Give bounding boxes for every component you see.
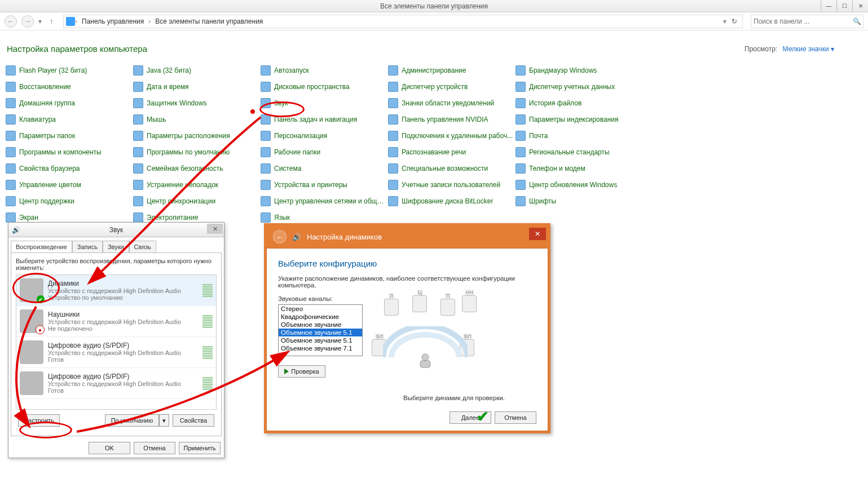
cp-item[interactable]: Дата и время (132, 80, 259, 93)
cp-item[interactable]: Специальные возможности (387, 162, 514, 175)
device-name: Цифровое аудио (S/PDIF) (48, 342, 198, 349)
window-maximize-button[interactable]: ☐ (836, 0, 852, 11)
cp-item[interactable]: Дисковые пространства (259, 80, 387, 93)
cp-item[interactable]: Параметры расположения (132, 129, 259, 142)
cp-item[interactable]: Шифрование диска BitLocker (387, 194, 514, 207)
channel-option[interactable]: Объемное звучание (279, 321, 362, 329)
cp-item[interactable]: Шрифты (514, 194, 642, 207)
cp-item[interactable]: Восстановление (5, 80, 132, 93)
cp-item[interactable]: Программы и компоненты (5, 145, 132, 158)
cp-item[interactable]: Учетные записи пользователей (387, 178, 514, 191)
address-bar[interactable]: › Панель управления › Все элементы панел… (63, 15, 743, 28)
view-mode-dropdown[interactable]: Мелкие значки ▾ (783, 45, 834, 53)
window-title: Все элементы панели управления (380, 2, 488, 10)
sound-ok-button[interactable]: OK (89, 442, 130, 454)
nav-up-button[interactable]: ↑ (46, 16, 56, 26)
nav-back-button[interactable]: ← (5, 15, 17, 28)
properties-button[interactable]: Свойства (173, 414, 214, 427)
tab-recording[interactable]: Запись (72, 241, 103, 252)
cp-item[interactable]: Java (32 бита) (132, 64, 259, 77)
speaker-center[interactable] (412, 295, 427, 312)
cp-item[interactable]: Устройства и принтеры (259, 178, 387, 191)
speaker-subwoofer[interactable] (462, 295, 477, 312)
cp-item[interactable]: Центр обновления Windows (514, 178, 642, 191)
cp-item[interactable]: Параметры папок (5, 129, 132, 142)
cp-item[interactable]: Диспетчер учетных данных (514, 80, 642, 93)
cp-item[interactable]: Рабочие папки (259, 145, 387, 158)
cp-item[interactable]: Центр синхронизации (132, 194, 259, 207)
window-close-button[interactable]: ✕ (852, 0, 868, 11)
cp-item[interactable]: Домашняя группа (5, 96, 132, 109)
speaker-front-left[interactable] (384, 299, 399, 316)
channel-option[interactable]: Объемное звучание 5.1 (279, 329, 362, 336)
cp-item[interactable]: Параметры индексирования (514, 113, 642, 126)
set-default-button[interactable]: По умолчанию (105, 414, 159, 427)
tab-communications[interactable]: Связь (129, 241, 156, 252)
cp-item[interactable]: Администрирование (387, 64, 514, 77)
device-item[interactable]: НаушникиУстройство с поддержкой High Def… (16, 306, 216, 337)
cp-item[interactable]: Панель управления NVIDIA (387, 113, 514, 126)
window-minimize-button[interactable]: — (821, 0, 836, 11)
wizard-back-button[interactable]: ← (273, 230, 287, 243)
tab-playback[interactable]: Воспроизведение (11, 241, 72, 252)
breadcrumb-item-0[interactable]: Панель управления (80, 16, 146, 26)
cp-item[interactable]: Программы по умолчанию (132, 145, 259, 158)
cp-item[interactable]: Звук (259, 96, 387, 109)
sound-dialog-close-button[interactable]: ✕ (207, 224, 223, 234)
nav-forward-button[interactable]: → (21, 15, 34, 28)
cp-item[interactable]: Система (259, 162, 387, 175)
set-default-dropdown[interactable]: ▾ (159, 414, 169, 427)
cp-item[interactable]: Язык (259, 211, 387, 224)
cp-item[interactable]: Телефон и модем (514, 162, 642, 175)
cp-item[interactable]: Центр поддержки (5, 194, 132, 207)
cp-item-label: Электропитание (147, 214, 198, 221)
cp-item[interactable]: Автозапуск (259, 64, 387, 77)
configure-button[interactable]: Настроить (18, 414, 60, 427)
cp-item[interactable]: Региональные стандарты (514, 145, 642, 158)
channels-label: Звуковые каналы: (278, 295, 363, 302)
channel-option[interactable]: Объемное звучание 5.1 (279, 336, 362, 344)
search-box[interactable]: 🔍 (751, 15, 863, 28)
cp-item-label: Центр обновления Windows (529, 181, 617, 189)
channel-option[interactable]: Стерео (279, 305, 362, 313)
cp-item[interactable]: Панель задач и навигация (259, 113, 387, 126)
tab-sounds[interactable]: Звуки (103, 241, 129, 252)
cp-item[interactable]: Диспетчер устройств (387, 80, 514, 93)
channel-option[interactable]: Квадрофонические (279, 313, 362, 321)
search-input[interactable] (754, 17, 853, 25)
cp-item-icon (261, 65, 271, 76)
sound-cancel-button[interactable]: Отмена (134, 442, 175, 454)
sound-apply-button[interactable]: Применить (179, 442, 221, 454)
device-list[interactable]: ДинамикиУстройство с поддержкой High Def… (16, 274, 217, 410)
cp-item[interactable]: Защитник Windows (132, 96, 259, 109)
cp-item[interactable]: Управление цветом (5, 178, 132, 191)
cp-item[interactable]: Центр управления сетями и общи... (259, 194, 387, 207)
device-item[interactable]: Цифровое аудио (S/PDIF)Устройство с подд… (16, 337, 216, 368)
cp-item-label: Подключения к удаленным рабоч... (402, 132, 513, 140)
cp-item[interactable]: История файлов (514, 96, 642, 109)
cp-item[interactable]: Flash Player (32 бита) (5, 64, 132, 77)
cp-item[interactable]: Устранение неполадок (132, 178, 259, 191)
cp-item[interactable]: Клавиатура (5, 113, 132, 126)
test-button[interactable]: Проверка (278, 365, 325, 378)
cp-item[interactable]: Распознавание речи (387, 145, 514, 158)
cp-item[interactable]: Подключения к удаленным рабоч... (387, 129, 514, 142)
cp-item[interactable]: Свойства браузера (5, 162, 132, 175)
speaker-front-right[interactable] (440, 299, 455, 316)
refresh-button[interactable]: ↻ (729, 17, 740, 25)
cp-item-icon (515, 98, 526, 108)
channels-listbox[interactable]: СтереоКвадрофоническиеОбъемное звучаниеО… (278, 304, 363, 356)
wizard-cancel-button[interactable]: Отмена (495, 411, 536, 424)
device-item[interactable]: ДинамикиУстройство с поддержкой High Def… (16, 275, 216, 306)
cp-item[interactable]: Мышь (132, 113, 259, 126)
cp-item[interactable]: Брандмауэр Windows (514, 64, 642, 77)
cp-item[interactable]: Персонализация (259, 129, 387, 142)
cp-item-label: Клавиатура (19, 116, 56, 123)
channel-option[interactable]: Объемное звучание 7.1 (279, 344, 362, 352)
cp-item[interactable]: Почта (514, 129, 642, 142)
breadcrumb-item-1[interactable]: Все элементы панели управления (153, 16, 265, 26)
cp-item[interactable]: Значки области уведомлений (387, 96, 514, 109)
wizard-close-button[interactable]: ✕ (529, 228, 546, 240)
cp-item[interactable]: Семейная безопасность (132, 162, 259, 175)
device-item[interactable]: Цифровое аудио (S/PDIF)Устройство с подд… (16, 368, 216, 399)
